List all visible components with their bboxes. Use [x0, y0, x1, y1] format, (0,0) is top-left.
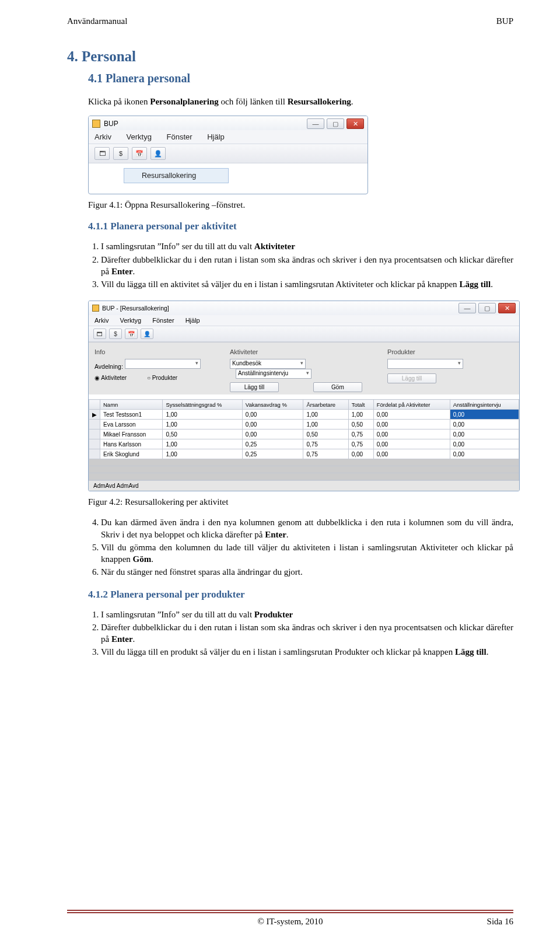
toolbar-icon-person[interactable]: 👤	[150, 147, 166, 160]
table-cell[interactable]: 1,00	[303, 420, 348, 429]
table-cell[interactable]: 0,25	[242, 449, 303, 459]
gom-button[interactable]: Göm	[313, 382, 362, 392]
t: Vill du lägga till en produkt så väljer …	[101, 647, 455, 656]
prod-lagg-till-button[interactable]: Lägg till	[387, 373, 436, 383]
info-radio-row: ◉ Aktiviteter ○ Produkter	[94, 375, 220, 381]
table-cell[interactable]: 0,75	[303, 439, 348, 449]
step-c2: Därefter dubbelklickar du i den rutan i …	[101, 621, 513, 645]
window-titlebar: BUP - [Resursallokering] — ▢ ✕	[89, 301, 519, 315]
intro-text3: .	[351, 97, 354, 106]
table-cell[interactable]: 0,00	[242, 410, 303, 420]
table-cell[interactable]: Hans Karlsson	[100, 439, 163, 449]
table-cell[interactable]: 0,50	[348, 420, 373, 429]
table-cell[interactable]: 0,00	[373, 410, 450, 420]
col-vakans[interactable]: Vakansavdrag %	[242, 400, 303, 410]
minimize-button[interactable]: —	[459, 303, 476, 313]
header-left: Användarmanual	[67, 16, 127, 26]
table-cell[interactable]: 0,00	[373, 449, 450, 459]
menu-hjalp[interactable]: Hjälp	[207, 132, 225, 141]
avdelning-combo[interactable]	[125, 359, 201, 369]
menu-hjalp[interactable]: Hjälp	[186, 317, 200, 324]
t: Därefter dubbelklickar du i den rutan i …	[101, 623, 513, 644]
t: Enter	[111, 634, 133, 644]
minimize-button[interactable]: —	[307, 118, 324, 129]
table-cell[interactable]	[89, 449, 100, 459]
menu-fonster[interactable]: Fönster	[152, 317, 174, 324]
table-cell[interactable]	[89, 439, 100, 449]
toolbar-icon-person[interactable]: 👤	[141, 329, 153, 339]
table-cell[interactable]: 0,00	[242, 429, 303, 439]
combo-aktivitet2[interactable]: Anställningsintervju	[236, 369, 312, 379]
panel-info-label: Info	[94, 348, 220, 355]
col-anst[interactable]: Anställningsintervju	[450, 400, 519, 410]
lagg-till-button[interactable]: Lägg till	[230, 382, 279, 392]
table-cell[interactable]: 0,00	[450, 410, 519, 420]
table-cell[interactable]: 0,75	[348, 429, 373, 439]
table-cell[interactable]: 0,00	[242, 420, 303, 429]
toolbar-icon-home[interactable]: 🗔	[94, 147, 110, 160]
table-cell[interactable]: 0,00	[450, 429, 519, 439]
close-button[interactable]: ✕	[498, 303, 516, 313]
table-cell[interactable]: 1,00	[303, 410, 348, 420]
submenu-resursallokering[interactable]: Resursallokering	[124, 168, 229, 183]
table-cell[interactable]: ▶	[89, 410, 100, 420]
toolbar-icon-schema[interactable]: 📅	[125, 329, 138, 339]
intro-bold2: Resursallokering	[288, 97, 351, 106]
toolbar-icon-schema[interactable]: 📅	[132, 147, 147, 160]
prod-combos	[387, 359, 513, 370]
table-cell[interactable]: 0,75	[348, 439, 373, 449]
toolbar-icon-budget[interactable]: $	[113, 147, 128, 160]
table-cell[interactable]: 1,00	[163, 439, 242, 449]
menu-verktyg[interactable]: Verktyg	[120, 317, 142, 324]
table-cell[interactable]: 0,25	[242, 439, 303, 449]
menu-arkiv[interactable]: Arkiv	[94, 317, 108, 324]
table-cell[interactable]: 1,00	[163, 420, 242, 429]
menu-fonster[interactable]: Fönster	[167, 132, 192, 141]
app-icon	[92, 305, 99, 312]
table-cell[interactable]: 0,00	[373, 439, 450, 449]
table-cell[interactable]: 0,00	[373, 429, 450, 439]
page-footer: © IT-system, 2010 Sida 16	[67, 910, 513, 927]
table-cell[interactable]: 1,00	[163, 449, 242, 459]
screenshot-open-resursallokering: BUP — ▢ ✕ Arkiv Verktyg Fönster Hjälp 🗔 …	[88, 116, 368, 194]
table-cell[interactable]: 0,50	[163, 429, 242, 439]
radio-aktiviteter[interactable]: ◉ Aktiviteter	[94, 375, 136, 381]
table-cell[interactable]: Eva Larsson	[100, 420, 163, 429]
table-cell[interactable]: 0,00	[373, 420, 450, 429]
table-cell[interactable]: 0,00	[450, 420, 519, 429]
table-cell[interactable]: 1,00	[348, 410, 373, 420]
step-c1: I samlingsrutan ”Info” ser du till att d…	[101, 609, 513, 620]
toolbar-icon-budget[interactable]: $	[109, 329, 122, 339]
col-namn[interactable]: Namn	[100, 400, 163, 410]
combo-aktivitet1[interactable]: Kundbesök	[230, 359, 306, 369]
toolbar: 🗔 $ 📅 👤	[89, 144, 368, 163]
toolbar-icon-home[interactable]: 🗔	[93, 329, 106, 339]
table-cell[interactable]: 1,00	[163, 410, 242, 420]
table-cell[interactable]: 0,00	[348, 449, 373, 459]
table-cell[interactable]: 0,75	[303, 449, 348, 459]
empty-row	[89, 473, 519, 480]
table-cell[interactable]: 0,50	[303, 429, 348, 439]
table-cell[interactable]	[89, 420, 100, 429]
step-c3: Vill du lägga till en produkt så väljer …	[101, 646, 513, 658]
radio-produkter[interactable]: ○ Produkter	[147, 375, 187, 381]
menu-verktyg[interactable]: Verktyg	[127, 132, 152, 141]
table-cell[interactable]: 0,00	[450, 449, 519, 459]
t: Enter	[111, 267, 133, 276]
table-cell[interactable]: Test Testsson1	[100, 410, 163, 420]
table-cell[interactable]	[89, 429, 100, 439]
col-ars[interactable]: Årsarbetare	[303, 400, 348, 410]
col-totalt[interactable]: Totalt	[348, 400, 373, 410]
table-header-row: Namn Sysselsättningsgrad % Vakansavdrag …	[89, 400, 519, 410]
maximize-button[interactable]: ▢	[478, 303, 496, 313]
combo-produkt[interactable]	[387, 359, 463, 369]
close-button[interactable]: ✕	[346, 118, 364, 129]
t: Göm	[133, 554, 152, 564]
table-cell[interactable]: Mikael Fransson	[100, 429, 163, 439]
menu-arkiv[interactable]: Arkiv	[94, 132, 111, 141]
table-cell[interactable]: Erik Skoglund	[100, 449, 163, 459]
table-cell[interactable]: 0,00	[450, 439, 519, 449]
col-fordelat[interactable]: Fördelat på Aktiviteter	[373, 400, 450, 410]
col-syssel[interactable]: Sysselsättningsgrad %	[163, 400, 242, 410]
maximize-button[interactable]: ▢	[327, 118, 344, 129]
